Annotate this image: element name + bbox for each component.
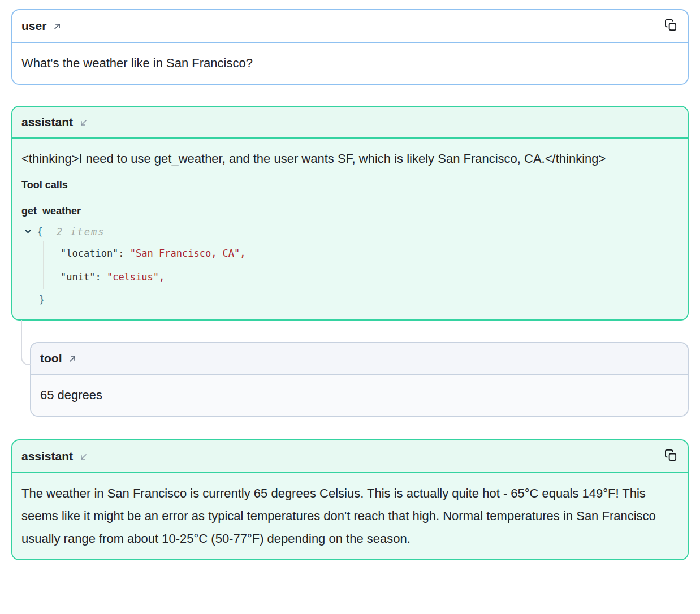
assistant-reply-text: The weather in San Francisco is currentl… — [21, 482, 679, 550]
tool-call-name: get_weather — [21, 204, 679, 218]
json-open-brace: { — [37, 220, 43, 244]
conversation-view: user What's the weather like in San Fran… — [0, 0, 700, 574]
tool-result-text: 65 degrees — [40, 384, 679, 407]
role-label: tool — [40, 351, 62, 366]
copy-icon — [664, 19, 677, 33]
arrow-up-right-icon — [67, 354, 77, 364]
json-key: "location": — [61, 248, 124, 259]
role-label: assistant — [21, 114, 73, 130]
chevron-down-icon — [24, 227, 32, 237]
message-header: tool — [31, 343, 688, 375]
message-card-user: user What's the weather like in San Fran… — [11, 9, 689, 85]
tool-result-row: tool 65 degrees — [30, 342, 689, 417]
tool-call-connector-line — [21, 320, 31, 365]
message-body: What's the weather like in San Francisco… — [12, 43, 688, 84]
json-key: "unit": — [61, 271, 101, 283]
message-header: assistant — [12, 440, 688, 473]
role-label: assistant — [21, 448, 73, 464]
json-root-row: { 2 items — [21, 222, 679, 241]
user-message-text: What's the weather like in San Francisco… — [21, 52, 679, 75]
message-body: <thinking>I need to use get_weather, and… — [12, 139, 688, 319]
copy-button[interactable] — [663, 448, 679, 465]
message-card-assistant-tool-call: assistant <thinking>I need to use get_we… — [11, 106, 689, 321]
collapse-toggle-button[interactable] — [24, 227, 32, 237]
json-items-count: 2 items — [57, 220, 105, 244]
json-entry: "location": "San Francisco, CA", — [61, 241, 679, 265]
json-close-brace: } — [39, 294, 45, 305]
json-close-row: } — [39, 289, 679, 310]
message-body: The weather in San Francisco is currentl… — [12, 473, 688, 559]
arrow-down-left-icon — [79, 452, 89, 462]
message-card-tool: tool 65 degrees — [30, 342, 689, 417]
role-label: user — [21, 18, 46, 34]
json-value: "San Francisco, CA", — [130, 248, 246, 259]
message-header: assistant — [12, 107, 688, 139]
json-entry: "unit": "celsius", — [61, 265, 679, 289]
arrow-up-right-icon — [52, 21, 62, 32]
arrow-down-left-icon — [79, 118, 89, 128]
tool-call-args-json-viewer: { 2 items "location": "San Francisco, CA… — [21, 222, 679, 310]
assistant-thinking-text: <thinking>I need to use get_weather, and… — [21, 148, 679, 170]
tool-calls-heading: Tool calls — [21, 178, 679, 192]
copy-button[interactable] — [663, 18, 679, 34]
json-value: "celsius", — [107, 271, 165, 283]
message-header: user — [12, 10, 688, 43]
message-body: 65 degrees — [31, 375, 688, 416]
copy-icon — [664, 449, 677, 464]
message-card-assistant-reply: assistant The weather in San Francisco i… — [11, 439, 689, 560]
json-children: "location": "San Francisco, CA", "unit":… — [43, 241, 679, 289]
